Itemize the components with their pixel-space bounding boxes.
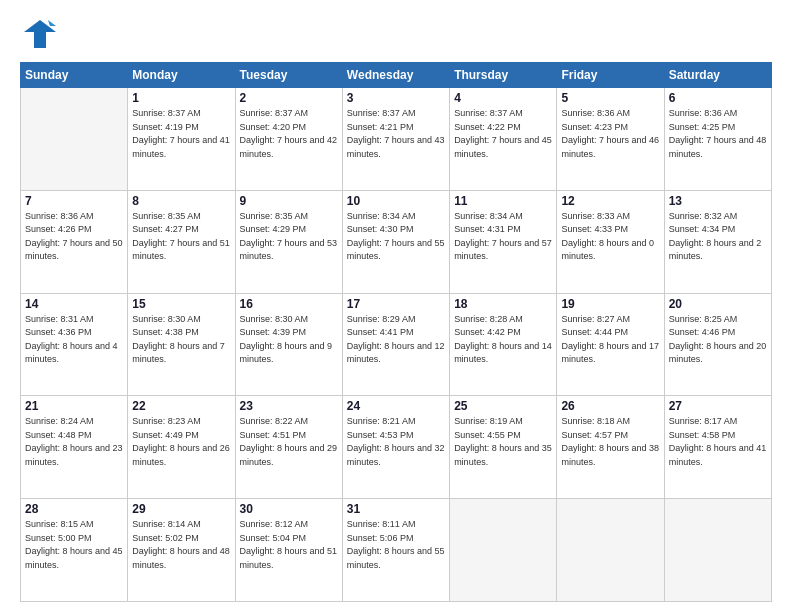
day-cell: 15Sunrise: 8:30 AMSunset: 4:38 PMDayligh…	[128, 293, 235, 396]
day-info: Sunrise: 8:15 AMSunset: 5:00 PMDaylight:…	[25, 518, 123, 572]
day-cell	[664, 499, 771, 602]
day-number: 15	[132, 297, 230, 311]
day-number: 12	[561, 194, 659, 208]
day-number: 4	[454, 91, 552, 105]
day-cell	[21, 88, 128, 191]
calendar-page: SundayMondayTuesdayWednesdayThursdayFrid…	[0, 0, 792, 612]
day-cell: 18Sunrise: 8:28 AMSunset: 4:42 PMDayligh…	[450, 293, 557, 396]
day-number: 30	[240, 502, 338, 516]
day-info: Sunrise: 8:33 AMSunset: 4:33 PMDaylight:…	[561, 210, 659, 264]
day-info: Sunrise: 8:21 AMSunset: 4:53 PMDaylight:…	[347, 415, 445, 469]
day-cell: 1Sunrise: 8:37 AMSunset: 4:19 PMDaylight…	[128, 88, 235, 191]
calendar-table: SundayMondayTuesdayWednesdayThursdayFrid…	[20, 62, 772, 602]
day-cell: 9Sunrise: 8:35 AMSunset: 4:29 PMDaylight…	[235, 190, 342, 293]
day-number: 28	[25, 502, 123, 516]
day-number: 29	[132, 502, 230, 516]
day-info: Sunrise: 8:25 AMSunset: 4:46 PMDaylight:…	[669, 313, 767, 367]
day-info: Sunrise: 8:36 AMSunset: 4:25 PMDaylight:…	[669, 107, 767, 161]
day-number: 11	[454, 194, 552, 208]
day-cell: 24Sunrise: 8:21 AMSunset: 4:53 PMDayligh…	[342, 396, 449, 499]
day-cell: 11Sunrise: 8:34 AMSunset: 4:31 PMDayligh…	[450, 190, 557, 293]
day-info: Sunrise: 8:11 AMSunset: 5:06 PMDaylight:…	[347, 518, 445, 572]
day-number: 8	[132, 194, 230, 208]
weekday-monday: Monday	[128, 63, 235, 88]
day-number: 5	[561, 91, 659, 105]
day-info: Sunrise: 8:36 AMSunset: 4:26 PMDaylight:…	[25, 210, 123, 264]
day-info: Sunrise: 8:34 AMSunset: 4:31 PMDaylight:…	[454, 210, 552, 264]
day-info: Sunrise: 8:30 AMSunset: 4:39 PMDaylight:…	[240, 313, 338, 367]
day-info: Sunrise: 8:12 AMSunset: 5:04 PMDaylight:…	[240, 518, 338, 572]
weekday-header-row: SundayMondayTuesdayWednesdayThursdayFrid…	[21, 63, 772, 88]
day-cell: 6Sunrise: 8:36 AMSunset: 4:25 PMDaylight…	[664, 88, 771, 191]
day-info: Sunrise: 8:29 AMSunset: 4:41 PMDaylight:…	[347, 313, 445, 367]
day-info: Sunrise: 8:17 AMSunset: 4:58 PMDaylight:…	[669, 415, 767, 469]
day-cell: 7Sunrise: 8:36 AMSunset: 4:26 PMDaylight…	[21, 190, 128, 293]
day-info: Sunrise: 8:18 AMSunset: 4:57 PMDaylight:…	[561, 415, 659, 469]
day-cell: 30Sunrise: 8:12 AMSunset: 5:04 PMDayligh…	[235, 499, 342, 602]
week-row-2: 14Sunrise: 8:31 AMSunset: 4:36 PMDayligh…	[21, 293, 772, 396]
day-cell: 19Sunrise: 8:27 AMSunset: 4:44 PMDayligh…	[557, 293, 664, 396]
day-cell: 4Sunrise: 8:37 AMSunset: 4:22 PMDaylight…	[450, 88, 557, 191]
day-cell: 21Sunrise: 8:24 AMSunset: 4:48 PMDayligh…	[21, 396, 128, 499]
day-info: Sunrise: 8:37 AMSunset: 4:21 PMDaylight:…	[347, 107, 445, 161]
day-cell: 12Sunrise: 8:33 AMSunset: 4:33 PMDayligh…	[557, 190, 664, 293]
weekday-wednesday: Wednesday	[342, 63, 449, 88]
logo	[20, 16, 60, 52]
day-cell: 17Sunrise: 8:29 AMSunset: 4:41 PMDayligh…	[342, 293, 449, 396]
weekday-thursday: Thursday	[450, 63, 557, 88]
day-cell: 2Sunrise: 8:37 AMSunset: 4:20 PMDaylight…	[235, 88, 342, 191]
week-row-4: 28Sunrise: 8:15 AMSunset: 5:00 PMDayligh…	[21, 499, 772, 602]
weekday-sunday: Sunday	[21, 63, 128, 88]
day-cell: 27Sunrise: 8:17 AMSunset: 4:58 PMDayligh…	[664, 396, 771, 499]
day-cell: 5Sunrise: 8:36 AMSunset: 4:23 PMDaylight…	[557, 88, 664, 191]
day-info: Sunrise: 8:37 AMSunset: 4:20 PMDaylight:…	[240, 107, 338, 161]
day-info: Sunrise: 8:14 AMSunset: 5:02 PMDaylight:…	[132, 518, 230, 572]
day-number: 13	[669, 194, 767, 208]
day-info: Sunrise: 8:19 AMSunset: 4:55 PMDaylight:…	[454, 415, 552, 469]
day-info: Sunrise: 8:22 AMSunset: 4:51 PMDaylight:…	[240, 415, 338, 469]
day-cell: 25Sunrise: 8:19 AMSunset: 4:55 PMDayligh…	[450, 396, 557, 499]
day-number: 10	[347, 194, 445, 208]
logo-icon	[20, 16, 56, 52]
day-cell: 8Sunrise: 8:35 AMSunset: 4:27 PMDaylight…	[128, 190, 235, 293]
day-number: 14	[25, 297, 123, 311]
day-info: Sunrise: 8:28 AMSunset: 4:42 PMDaylight:…	[454, 313, 552, 367]
day-cell: 16Sunrise: 8:30 AMSunset: 4:39 PMDayligh…	[235, 293, 342, 396]
day-number: 21	[25, 399, 123, 413]
day-number: 24	[347, 399, 445, 413]
day-cell: 28Sunrise: 8:15 AMSunset: 5:00 PMDayligh…	[21, 499, 128, 602]
week-row-0: 1Sunrise: 8:37 AMSunset: 4:19 PMDaylight…	[21, 88, 772, 191]
day-number: 26	[561, 399, 659, 413]
day-number: 22	[132, 399, 230, 413]
day-number: 25	[454, 399, 552, 413]
day-info: Sunrise: 8:35 AMSunset: 4:29 PMDaylight:…	[240, 210, 338, 264]
day-number: 27	[669, 399, 767, 413]
day-cell: 14Sunrise: 8:31 AMSunset: 4:36 PMDayligh…	[21, 293, 128, 396]
day-cell: 3Sunrise: 8:37 AMSunset: 4:21 PMDaylight…	[342, 88, 449, 191]
day-info: Sunrise: 8:37 AMSunset: 4:22 PMDaylight:…	[454, 107, 552, 161]
day-cell	[557, 499, 664, 602]
day-cell: 20Sunrise: 8:25 AMSunset: 4:46 PMDayligh…	[664, 293, 771, 396]
day-cell: 22Sunrise: 8:23 AMSunset: 4:49 PMDayligh…	[128, 396, 235, 499]
svg-marker-1	[48, 20, 56, 26]
day-info: Sunrise: 8:30 AMSunset: 4:38 PMDaylight:…	[132, 313, 230, 367]
day-info: Sunrise: 8:36 AMSunset: 4:23 PMDaylight:…	[561, 107, 659, 161]
day-number: 31	[347, 502, 445, 516]
day-number: 7	[25, 194, 123, 208]
week-row-1: 7Sunrise: 8:36 AMSunset: 4:26 PMDaylight…	[21, 190, 772, 293]
weekday-friday: Friday	[557, 63, 664, 88]
weekday-tuesday: Tuesday	[235, 63, 342, 88]
day-cell: 31Sunrise: 8:11 AMSunset: 5:06 PMDayligh…	[342, 499, 449, 602]
day-number: 6	[669, 91, 767, 105]
day-number: 1	[132, 91, 230, 105]
day-cell: 26Sunrise: 8:18 AMSunset: 4:57 PMDayligh…	[557, 396, 664, 499]
day-info: Sunrise: 8:32 AMSunset: 4:34 PMDaylight:…	[669, 210, 767, 264]
header	[20, 16, 772, 52]
day-cell: 13Sunrise: 8:32 AMSunset: 4:34 PMDayligh…	[664, 190, 771, 293]
day-info: Sunrise: 8:35 AMSunset: 4:27 PMDaylight:…	[132, 210, 230, 264]
day-number: 23	[240, 399, 338, 413]
day-number: 19	[561, 297, 659, 311]
day-info: Sunrise: 8:37 AMSunset: 4:19 PMDaylight:…	[132, 107, 230, 161]
weekday-saturday: Saturday	[664, 63, 771, 88]
day-cell: 23Sunrise: 8:22 AMSunset: 4:51 PMDayligh…	[235, 396, 342, 499]
